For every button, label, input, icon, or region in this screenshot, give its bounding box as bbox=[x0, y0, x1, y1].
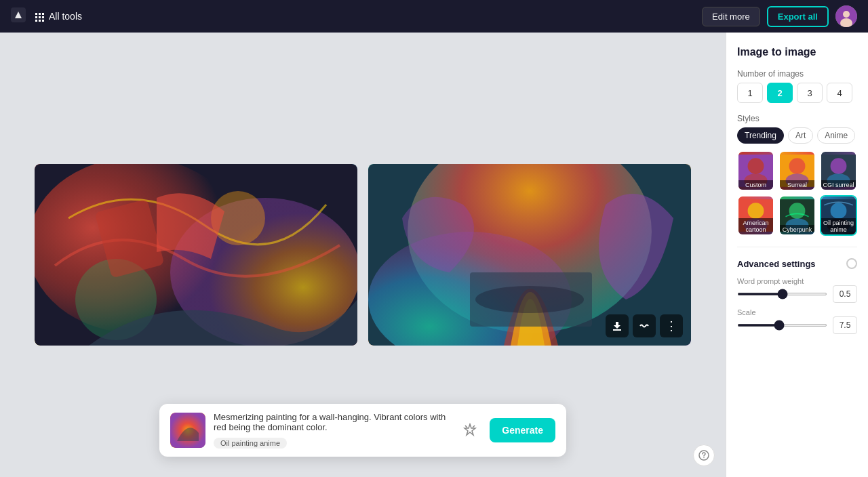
svg-point-37 bbox=[831, 203, 847, 219]
header: All tools Edit more Export all bbox=[0, 0, 868, 33]
edit-more-button[interactable]: Edit more bbox=[702, 7, 760, 26]
num-btn-1[interactable]: 1 bbox=[737, 83, 763, 103]
svg-line-17 bbox=[465, 426, 467, 428]
number-of-images-section: Number of images 1 2 3 4 bbox=[737, 69, 857, 103]
svg-rect-15 bbox=[613, 329, 621, 331]
download-button[interactable] bbox=[606, 314, 629, 337]
num-btn-3[interactable]: 3 bbox=[797, 83, 823, 103]
generated-image-left bbox=[35, 164, 357, 346]
style-label-cgi-surreal: CGI surreal bbox=[821, 180, 856, 190]
style-grid: Custom Surreal bbox=[737, 150, 857, 236]
style-item-cgi-surreal[interactable]: CGI surreal bbox=[820, 150, 857, 191]
all-tools-nav[interactable]: All tools bbox=[34, 11, 82, 22]
images-container: ⋮ bbox=[35, 164, 691, 346]
generate-button[interactable]: Generate bbox=[490, 418, 555, 442]
divider bbox=[737, 247, 857, 247]
style-label-american-cartoon: American cartoon bbox=[738, 218, 773, 234]
svg-point-28 bbox=[831, 158, 847, 174]
style-item-custom[interactable]: Custom bbox=[737, 150, 774, 191]
word-prompt-weight-value: 0.5 bbox=[833, 285, 857, 303]
word-prompt-weight-group: Word prompt weight 0.5 bbox=[737, 277, 857, 303]
svg-point-31 bbox=[748, 203, 764, 219]
image-action-buttons: ⋮ bbox=[606, 314, 683, 337]
advanced-settings-section: Advanced settings Word prompt weight 0.5… bbox=[737, 258, 857, 334]
style-item-american-cartoon[interactable]: American cartoon bbox=[737, 195, 774, 236]
image-card-left bbox=[35, 164, 357, 346]
prompt-text: Mesmerizing painting for a wall-hanging.… bbox=[214, 412, 450, 432]
prompt-thumbnail bbox=[170, 413, 205, 448]
style-tab-trending[interactable]: Trending bbox=[737, 127, 784, 144]
advanced-settings-label: Advanced settings bbox=[737, 259, 816, 269]
magic-enhance-button[interactable] bbox=[458, 419, 481, 442]
prompt-bar: Mesmerizing painting for a wall-hanging.… bbox=[159, 404, 566, 457]
word-prompt-weight-slider[interactable] bbox=[737, 293, 827, 295]
scale-row: 7.5 bbox=[737, 316, 857, 334]
svg-point-20 bbox=[703, 457, 705, 459]
styles-label: Styles bbox=[737, 114, 857, 123]
styles-section: Styles Trending Art Anime Custom bbox=[737, 114, 857, 236]
more-options-button[interactable]: ⋮ bbox=[660, 314, 683, 337]
scale-value: 7.5 bbox=[833, 316, 857, 334]
style-label-custom: Custom bbox=[738, 180, 773, 190]
help-button[interactable] bbox=[693, 444, 715, 466]
main-layout: ⋮ bbox=[0, 33, 868, 477]
advanced-settings-header: Advanced settings bbox=[737, 258, 857, 269]
canvas-area: ⋮ bbox=[0, 33, 726, 477]
scale-label: Scale bbox=[737, 308, 857, 316]
style-tabs: Trending Art Anime bbox=[737, 127, 857, 144]
advanced-settings-toggle[interactable] bbox=[846, 258, 857, 269]
sliders: Word prompt weight 0.5 Scale 7.5 bbox=[737, 277, 857, 334]
sidebar-title: Image to image bbox=[737, 46, 857, 58]
scale-slider[interactable] bbox=[737, 324, 827, 327]
scale-group: Scale 7.5 bbox=[737, 308, 857, 334]
style-label-cyberpunk: Cyberpunk bbox=[780, 225, 814, 234]
style-item-cyberpunk[interactable]: Cyberpunk bbox=[778, 195, 816, 236]
svg-point-14 bbox=[475, 286, 584, 313]
style-tab-anime[interactable]: Anime bbox=[817, 127, 855, 144]
image-card-right: ⋮ bbox=[368, 164, 691, 346]
prompt-content: Mesmerizing painting for a wall-hanging.… bbox=[214, 412, 450, 449]
all-tools-label: All tools bbox=[49, 11, 82, 22]
word-prompt-weight-label: Word prompt weight bbox=[737, 277, 857, 285]
num-btn-2[interactable]: 2 bbox=[767, 83, 793, 103]
sidebar: Image to image Number of images 1 2 3 4 … bbox=[726, 33, 868, 477]
style-item-oil-painting-anime[interactable]: Oil painting anime bbox=[820, 195, 857, 236]
user-avatar[interactable] bbox=[835, 5, 857, 27]
export-all-button[interactable]: Export all bbox=[767, 6, 829, 27]
prompt-style-tag: Oil painting anime bbox=[214, 438, 287, 449]
svg-point-34 bbox=[789, 203, 806, 219]
svg-line-18 bbox=[473, 426, 475, 428]
svg-point-22 bbox=[748, 158, 764, 174]
style-label-oil-painting-anime: Oil painting anime bbox=[821, 218, 856, 234]
style-label-surreal: Surreal bbox=[780, 180, 814, 190]
svg-point-25 bbox=[789, 158, 806, 174]
wave-button[interactable] bbox=[633, 314, 656, 337]
header-left: All tools bbox=[11, 7, 82, 26]
style-tab-art[interactable]: Art bbox=[788, 127, 813, 144]
header-right: Edit more Export all bbox=[702, 5, 857, 27]
num-btn-4[interactable]: 4 bbox=[827, 83, 852, 103]
number-buttons-group: 1 2 3 4 bbox=[737, 83, 857, 103]
style-item-surreal[interactable]: Surreal bbox=[778, 150, 816, 191]
logo-icon[interactable] bbox=[11, 7, 26, 26]
svg-point-2 bbox=[843, 11, 850, 18]
word-prompt-weight-row: 0.5 bbox=[737, 285, 857, 303]
number-of-images-label: Number of images bbox=[737, 69, 857, 79]
